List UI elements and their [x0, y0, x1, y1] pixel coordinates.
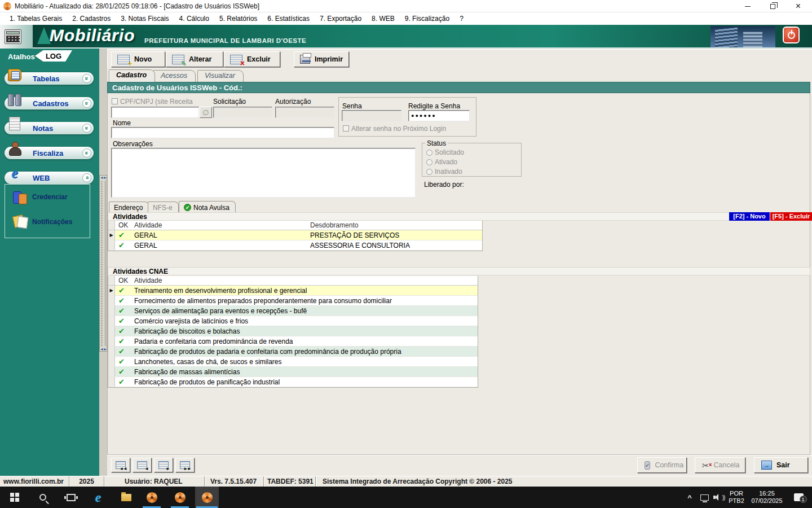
senha-input[interactable]: [342, 110, 401, 121]
table-row[interactable]: ✔ Lanchonetes, casas de chá, de sucos e …: [108, 357, 478, 367]
radio-inativado[interactable]: [426, 169, 433, 175]
observacoes-textarea[interactable]: [111, 148, 416, 198]
menu-exportacao[interactable]: 7. Exportação: [315, 14, 367, 24]
table-row[interactable]: ✔ Padaria e confeitaria com predominânci…: [108, 336, 478, 347]
sidebar-splitter[interactable]: ◄► ◄►: [99, 175, 107, 352]
alterar-senha-label: Alterar senha no Próximo Login: [351, 125, 446, 133]
close-button[interactable]: ×: [785, 0, 811, 12]
chevron-up-icon[interactable]: »: [82, 173, 91, 182]
chevron-down-icon[interactable]: »: [82, 148, 91, 157]
cpf-lookup-button[interactable]: ∅: [200, 107, 212, 118]
chevron-down-icon[interactable]: »: [82, 124, 91, 133]
radio-inativado-label: Inativado: [435, 168, 462, 176]
table-row[interactable]: ✔ Serviços de alimentação para eventos e…: [108, 306, 478, 316]
restore-button[interactable]: [760, 0, 785, 12]
power-button[interactable]: [783, 27, 800, 43]
cpf-input[interactable]: [111, 107, 199, 118]
clock-tray-button[interactable]: 16:2507/02/2025: [747, 487, 787, 508]
language-tray-button[interactable]: PORPTB2: [726, 487, 747, 508]
cpf-checkbox[interactable]: [112, 98, 118, 104]
menu-web[interactable]: 8. WEB: [367, 14, 400, 24]
subtab-nota-avulsa[interactable]: ✔ Nota Avulsa: [179, 201, 236, 212]
status-year: 2025: [69, 476, 104, 487]
check-icon: ✔: [115, 358, 132, 365]
menu-help[interactable]: ?: [454, 14, 469, 24]
table-row[interactable]: ✔ Fabricação de produtos de padaria e co…: [108, 347, 478, 357]
sidebar-item-notificacoes[interactable]: Notificações: [13, 215, 72, 229]
subtab-label: Endereço: [114, 204, 143, 212]
nav-next-button[interactable]: ►: [154, 458, 173, 472]
nav-last-button[interactable]: ►►: [175, 458, 195, 472]
windows-start-icon: [10, 493, 19, 502]
tab-cadastro[interactable]: Cadastro: [109, 69, 155, 82]
table-row[interactable]: ✔ Fabricação de massas alimentícias: [108, 367, 478, 377]
cell-atividade: GERAL: [132, 242, 308, 249]
subtab-nfse[interactable]: NFS-e: [148, 202, 179, 212]
status-version: Vrs. 7.5.15.407: [205, 476, 264, 487]
sidebar-item-credenciar[interactable]: Credenciar: [13, 190, 68, 204]
splitter-arrows-icon[interactable]: ◄►: [100, 347, 107, 351]
network-tray-button[interactable]: [697, 487, 712, 508]
taskbar-app2-button[interactable]: [169, 487, 191, 508]
table-row[interactable]: ▶ ✔ GERAL PRESTAÇÃO DE SERVIÇOS: [108, 230, 482, 240]
chevron-down-icon[interactable]: »: [82, 74, 91, 83]
taskbar-ie-button[interactable]: e: [87, 487, 109, 508]
nav-first-button[interactable]: ◄◄: [111, 458, 130, 472]
subtab-endereco[interactable]: Endereço: [109, 202, 149, 212]
table-row[interactable]: ✔ Fornecimento de alimentos preparados p…: [108, 296, 478, 306]
chevron-down-icon[interactable]: »: [82, 99, 91, 108]
taskbar-explorer-button[interactable]: [115, 487, 138, 508]
cabinet-icon: [6, 91, 24, 108]
taskbar-search-button[interactable]: [32, 487, 54, 508]
table-row[interactable]: ▶ ✔ Treinamento em desenvolvimento profi…: [108, 286, 478, 296]
menu-estatisticas[interactable]: 6. Estatísticas: [262, 14, 315, 24]
status-label: Status: [425, 139, 448, 147]
alterar-senha-checkbox[interactable]: [343, 125, 349, 132]
radio-solicitado[interactable]: [426, 150, 433, 156]
menu-calculo[interactable]: 4. Cálculo: [174, 14, 214, 24]
table-row[interactable]: ✔ Fabricação de biscoitos e bolachas: [108, 326, 478, 336]
menu-notas-fiscais[interactable]: 3. Notas Fiscais: [116, 14, 174, 24]
imprimir-button[interactable]: Imprimir: [294, 51, 349, 67]
minimize-button[interactable]: [735, 0, 760, 12]
solicitacao-input[interactable]: [213, 107, 272, 118]
menu-tabelas-gerais[interactable]: 1. Tabelas Gerais: [5, 14, 67, 24]
check-icon: ✔: [115, 242, 132, 249]
confirma-button[interactable]: ✔ Confirma: [637, 457, 687, 473]
table-row[interactable]: ✔ Comércio varejista de laticínios e fri…: [108, 316, 478, 326]
menu-relatorios[interactable]: 5. Relatórios: [214, 14, 262, 24]
menu-fiscalizacao[interactable]: 9. Fiscalização: [400, 14, 454, 24]
check-icon: ✔: [115, 307, 132, 314]
tray-chevron-button[interactable]: ^: [682, 487, 697, 508]
cell-atividade: Lanchonetes, casas de chá, de sucos e si…: [132, 358, 478, 366]
window-title: Mobiliário - Atualizado dia: 28/01/2025 …: [15, 2, 259, 10]
taskbar-app1-button[interactable]: [140, 487, 163, 508]
task-view-button[interactable]: [60, 487, 82, 508]
volume-tray-button[interactable]: )): [710, 487, 727, 508]
fiorilli-app-icon: [147, 492, 157, 503]
novo-button[interactable]: + Novo: [111, 51, 165, 67]
start-button[interactable]: [3, 487, 26, 508]
internet-explorer-icon: e: [95, 491, 102, 504]
sair-button[interactable]: → Sair: [754, 457, 808, 473]
table-row[interactable]: ✔ Fabricação de produtos de panificação …: [108, 377, 478, 387]
menu-cadastros[interactable]: 2. Cadastros: [67, 14, 116, 24]
excluir-button[interactable]: × Excluir: [224, 51, 280, 67]
log-badge[interactable]: LOG: [35, 50, 72, 62]
alterar-button[interactable]: ✎ Alterar: [166, 51, 223, 67]
cancela-button[interactable]: ✂× Cancela: [695, 457, 745, 473]
tab-visualizar[interactable]: Visualizar: [197, 70, 244, 82]
autorizacao-input[interactable]: [275, 107, 334, 118]
tab-acessos[interactable]: Acessos: [153, 70, 196, 82]
nav-first-icon: ◄◄: [116, 461, 126, 469]
taskbar-app3-button[interactable]: [196, 487, 218, 508]
redigite-senha-input[interactable]: ●●●●●●: [408, 110, 470, 121]
nome-input[interactable]: [111, 127, 334, 138]
nav-previous-button[interactable]: ◄: [133, 458, 152, 472]
notification-center-button[interactable]: 1: [788, 487, 809, 508]
radio-ativado[interactable]: [426, 159, 433, 165]
check-icon: ✔: [115, 368, 132, 375]
table-row[interactable]: ✔ GERAL ASSESSORIA E CONSULTORIA: [108, 240, 482, 251]
splitter-arrows-icon[interactable]: ◄►: [100, 176, 107, 179]
language-code: POR: [729, 490, 744, 497]
